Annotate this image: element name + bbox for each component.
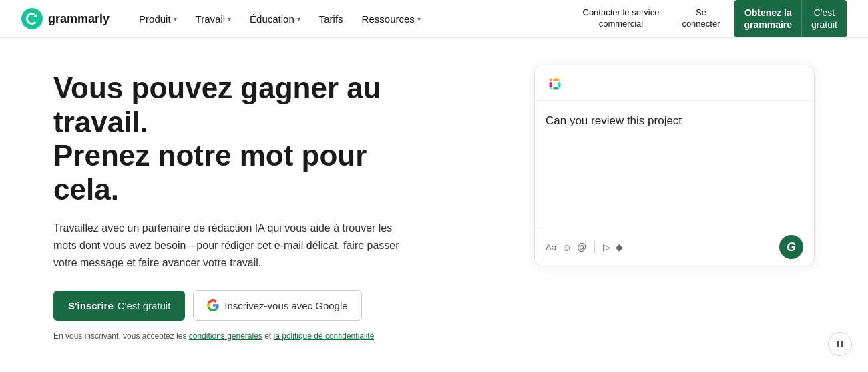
nav-item-travail[interactable]: Travail ▾ xyxy=(188,8,239,30)
logo-text: grammarly xyxy=(48,12,110,26)
emoji-icon[interactable]: ☺ xyxy=(562,242,572,253)
hero-title: Vous pouvez gagner au travail. Prenez no… xyxy=(53,71,494,206)
chevron-down-icon: ▾ xyxy=(417,15,421,23)
signup-button[interactable]: S'inscrire C'est gratuit xyxy=(53,291,185,321)
terms-link[interactable]: conditions générales xyxy=(189,331,262,341)
grammarly-button[interactable]: G xyxy=(779,235,803,259)
logo[interactable]: grammarly xyxy=(21,8,110,29)
toolbar-divider xyxy=(594,241,595,253)
chat-body: Can you review this project xyxy=(535,101,814,208)
svg-rect-11 xyxy=(841,341,843,347)
signup-free-label: C'est gratuit xyxy=(118,300,171,311)
cta-buttons: S'inscrire C'est gratuit Inscrivez-vous … xyxy=(53,290,494,321)
chevron-down-icon: ▾ xyxy=(228,15,231,23)
svg-rect-10 xyxy=(837,341,839,347)
audio-icon[interactable]: ◆ xyxy=(616,242,623,252)
chevron-down-icon: ▾ xyxy=(174,15,177,23)
chat-demo: Can you review this project Aa ☺ @ ▷ ◆ G xyxy=(534,65,815,266)
hero-left: Vous pouvez gagner au travail. Prenez no… xyxy=(53,65,494,341)
chat-message: Can you review this project xyxy=(546,112,803,130)
slack-icon xyxy=(546,75,564,94)
chevron-down-icon: ▾ xyxy=(297,15,300,23)
chat-header xyxy=(535,65,814,101)
svg-rect-3 xyxy=(553,79,558,81)
svg-rect-4 xyxy=(553,87,558,90)
grammarly-logo-icon xyxy=(21,8,43,29)
nav-links: Produit ▾ Travail ▾ Éducation ▾ Tarifs R… xyxy=(131,8,574,30)
pause-button[interactable] xyxy=(828,332,852,356)
signup-label: S'inscrire xyxy=(68,300,114,311)
fine-print: En vous inscrivant, vous acceptez les co… xyxy=(53,331,494,341)
main-content: Vous pouvez gagner au travail. Prenez no… xyxy=(0,38,868,372)
navbar: grammarly Produit ▾ Travail ▾ Éducation … xyxy=(0,0,868,38)
nav-item-education[interactable]: Éducation ▾ xyxy=(242,8,308,30)
chat-toolbar: Aa ☺ @ ▷ ◆ xyxy=(546,241,775,253)
google-signup-label: Inscrivez-vous avec Google xyxy=(224,300,347,311)
svg-rect-1 xyxy=(546,75,564,94)
login-button[interactable]: Seconnecter xyxy=(672,2,729,35)
pause-icon xyxy=(835,339,845,349)
get-grammarly-button[interactable]: Obtenez lagrammaire C'estgratuit xyxy=(734,0,847,37)
hero-right: Can you review this project Aa ☺ @ ▷ ◆ G xyxy=(534,65,815,266)
svg-rect-8 xyxy=(558,79,561,81)
svg-point-0 xyxy=(21,8,43,29)
svg-rect-7 xyxy=(550,87,552,90)
nav-item-ressources[interactable]: Ressources ▾ xyxy=(354,8,429,30)
contact-button[interactable]: Contacter le servicecommercial xyxy=(575,2,668,35)
google-signup-button[interactable]: Inscrivez-vous avec Google xyxy=(193,290,361,321)
svg-rect-2 xyxy=(550,82,552,87)
play-icon[interactable]: ▷ xyxy=(603,242,610,252)
hero-subtitle: Travaillez avec un partenaire de rédacti… xyxy=(53,220,414,271)
chat-footer: Aa ☺ @ ▷ ◆ G xyxy=(535,228,814,266)
nav-right: Contacter le servicecommercial Seconnect… xyxy=(575,0,847,37)
svg-rect-6 xyxy=(550,79,552,81)
mention-icon[interactable]: @ xyxy=(577,242,586,252)
nav-item-produit[interactable]: Produit ▾ xyxy=(131,8,185,30)
google-icon xyxy=(207,299,219,311)
nav-item-tarifs[interactable]: Tarifs xyxy=(311,8,351,30)
svg-rect-5 xyxy=(558,82,561,87)
format-text-icon[interactable]: Aa xyxy=(546,242,556,252)
privacy-link[interactable]: la politique de confidentialité xyxy=(274,331,375,341)
grammarly-g-icon: G xyxy=(787,240,796,254)
svg-rect-9 xyxy=(558,87,561,90)
